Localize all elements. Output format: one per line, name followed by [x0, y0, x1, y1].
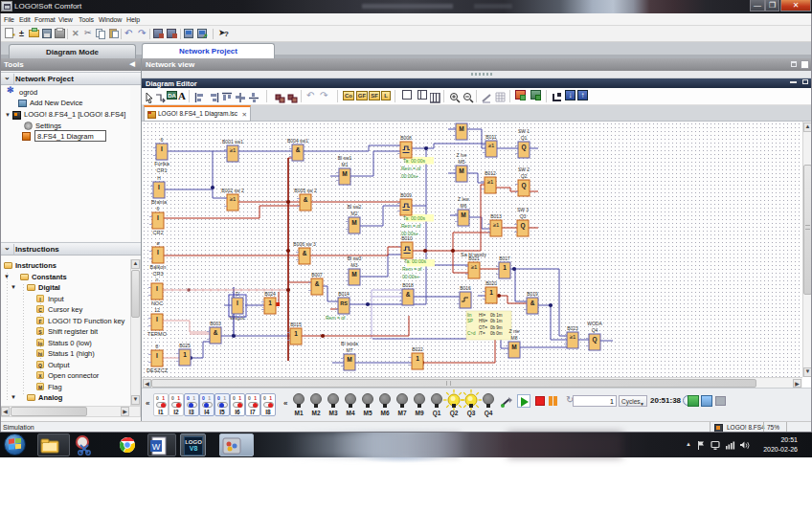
svg-text:M3: M3	[351, 262, 358, 268]
svg-text:Bl woda: Bl woda	[341, 341, 358, 346]
svg-text:HI=: HI=	[479, 313, 486, 318]
svg-text:Brama: Brama	[151, 199, 168, 205]
svg-text:n: n	[156, 277, 159, 282]
svg-text:M: M	[461, 211, 465, 218]
svg-text:≥1: ≥1	[230, 147, 237, 153]
svg-text:C>d: C>d	[467, 331, 476, 336]
svg-text:6: 6	[157, 206, 160, 211]
svg-text:Q3: Q3	[520, 213, 527, 219]
svg-text:1: 1	[183, 351, 187, 358]
svg-text:I: I	[158, 184, 160, 190]
svg-text:/T=: /T=	[479, 331, 485, 336]
svg-text:CR1: CR1	[156, 167, 167, 173]
svg-text:1: 1	[416, 355, 419, 362]
svg-text:≥1: ≥1	[493, 222, 500, 228]
svg-text:B014: B014	[338, 291, 350, 297]
svg-text:≥1: ≥1	[487, 179, 494, 185]
svg-text:H: H	[157, 175, 161, 181]
svg-text:B013: B013	[490, 213, 502, 219]
svg-text:M7: M7	[347, 347, 353, 353]
svg-text:Bl sw3: Bl sw3	[348, 256, 362, 261]
svg-text:M1: M1	[342, 162, 349, 167]
svg-text:Q: Q	[521, 144, 526, 151]
svg-text:Z lew: Z lew	[458, 196, 469, 202]
svg-text:I: I	[157, 249, 159, 256]
svg-text:I: I	[156, 285, 158, 292]
svg-text:Wilgoć: Wilgoć	[230, 315, 246, 321]
svg-text:OT=: OT=	[479, 325, 487, 330]
svg-text:M: M	[459, 167, 463, 174]
svg-text:I: I	[156, 352, 158, 359]
svg-text:M: M	[511, 344, 516, 350]
svg-text:≥1: ≥1	[570, 334, 576, 340]
svg-text:W: W	[152, 442, 161, 452]
svg-text:HN=: HN=	[479, 319, 487, 323]
svg-text:M2: M2	[351, 211, 358, 216]
svg-text:Sa bl wody: Sa bl wody	[461, 252, 486, 257]
svg-text:&: &	[315, 280, 320, 287]
svg-text:Ta: 00:00s: Ta: 00:00s	[403, 215, 426, 221]
svg-text:1: 1	[294, 330, 298, 337]
svg-text:Q: Q	[592, 336, 597, 344]
svg-text:B018: B018	[402, 282, 414, 288]
svg-text:D: D	[236, 291, 239, 297]
svg-text:00:00s+: 00:00s+	[401, 173, 418, 179]
svg-text:SP: SP	[467, 319, 473, 323]
svg-text:B005 sw 2: B005 sw 2	[294, 188, 317, 193]
svg-text:Ta: 00:00s: Ta: 00:00s	[404, 258, 427, 264]
svg-text:0b 0m: 0b 0m	[490, 331, 503, 336]
svg-text:Z nie: Z nie	[508, 328, 519, 334]
svg-text:B009: B009	[400, 192, 412, 198]
svg-text:Q: Q	[520, 222, 525, 230]
svg-text:00:00s+: 00:00s+	[402, 274, 419, 279]
svg-text:&: &	[303, 250, 307, 256]
svg-text:B002 sw 2: B002 sw 2	[221, 188, 244, 193]
svg-text:SW 1: SW 1	[518, 128, 530, 134]
svg-text:12: 12	[154, 307, 160, 313]
svg-text:≥1: ≥1	[488, 143, 495, 148]
svg-text:&: &	[304, 196, 308, 203]
svg-text:Rem = of: Rem = of	[402, 266, 422, 272]
svg-text:Balkon: Balkon	[150, 264, 167, 270]
svg-text:Z lve: Z lve	[457, 152, 467, 158]
svg-text:Bl sw1: Bl sw1	[338, 155, 352, 161]
svg-text:B022: B022	[412, 346, 423, 352]
svg-text:M8: M8	[511, 335, 518, 341]
svg-text:DESZCZ: DESZCZ	[147, 367, 169, 373]
svg-text:M6: M6	[461, 203, 467, 209]
svg-text:RS: RS	[340, 300, 348, 306]
svg-text:B001 sw1: B001 sw1	[222, 139, 243, 144]
svg-text:B019: B019	[527, 291, 538, 297]
svg-text:M: M	[351, 271, 356, 278]
svg-text:B004 sw1: B004 sw1	[287, 138, 308, 144]
svg-text:1: 1	[503, 264, 507, 271]
svg-text:1: 1	[268, 300, 272, 306]
svg-text:Ta: 00:00s: Ta: 00:00s	[403, 158, 426, 164]
svg-text:NOC: NOC	[151, 300, 163, 306]
svg-text:SW 2: SW 2	[518, 167, 530, 172]
svg-text:ø: ø	[156, 240, 159, 246]
svg-text:B016: B016	[460, 285, 471, 291]
svg-text:B015: B015	[290, 322, 302, 327]
svg-text:8: 8	[156, 344, 159, 349]
svg-text:TERMO: TERMO	[147, 331, 168, 337]
svg-text:&: &	[406, 291, 411, 298]
svg-text:I: I	[157, 214, 159, 221]
svg-text:I: I	[161, 145, 163, 152]
svg-text:B017: B017	[499, 256, 510, 261]
svg-text:Q4: Q4	[592, 327, 598, 333]
svg-text:≥1: ≥1	[471, 264, 478, 270]
svg-text:0b 1m: 0b 1m	[490, 313, 503, 318]
svg-text:Rem = of: Rem = of	[326, 315, 346, 321]
svg-text:00:00s+: 00:00s+	[401, 231, 418, 236]
svg-text:CR2: CR2	[152, 230, 163, 235]
svg-text:1: 1	[489, 289, 493, 296]
svg-text:B023: B023	[567, 325, 578, 331]
svg-text:6: 6	[161, 137, 164, 143]
svg-text:B003: B003	[210, 321, 221, 326]
svg-text:M: M	[351, 219, 356, 226]
svg-text:&: &	[296, 146, 301, 153]
svg-text:Q2: Q2	[521, 173, 528, 179]
svg-text:0b 1m: 0b 1m	[490, 319, 503, 323]
svg-text:B012: B012	[485, 170, 496, 176]
